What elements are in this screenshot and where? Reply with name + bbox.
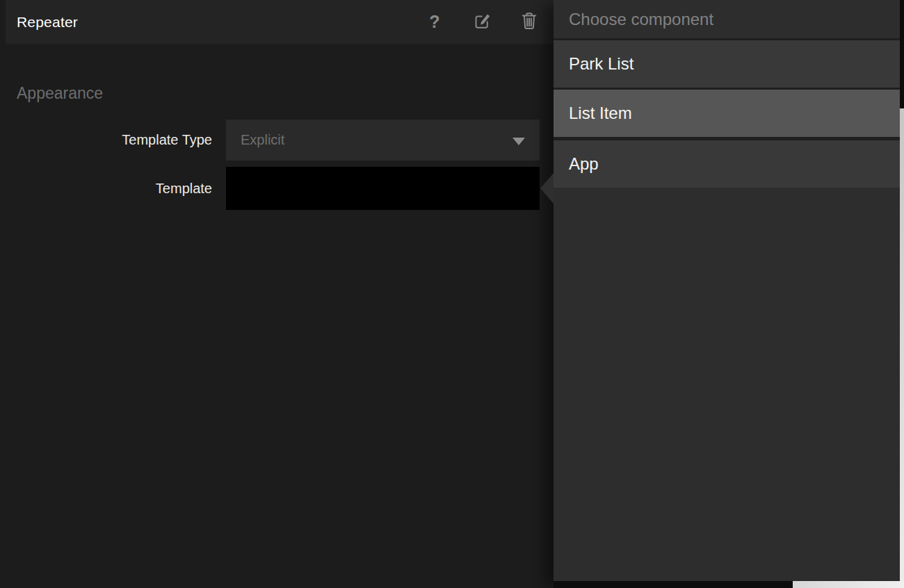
help-button[interactable]: ?: [426, 13, 444, 32]
component-picker-panel: Choose component Park List List Item App: [554, 0, 900, 581]
picker-item-app[interactable]: App: [554, 140, 900, 188]
trash-icon: [521, 11, 538, 33]
panel-bottom-shadow: [554, 581, 793, 588]
popover-arrow: [540, 173, 554, 204]
page-title: Repeater: [6, 14, 426, 31]
edit-button[interactable]: [473, 13, 491, 32]
help-icon: ?: [429, 12, 439, 32]
chevron-down-icon: [512, 138, 525, 145]
edit-icon: [473, 12, 491, 33]
underlying-page-dark-edge: [900, 0, 904, 108]
underlying-page-right-edge: [900, 108, 904, 588]
component-picker-placeholder: Choose component: [554, 0, 900, 38]
template-type-row: Template Type Explicit: [0, 120, 554, 161]
template-field[interactable]: [226, 167, 540, 210]
underlying-page-bottom-edge: [793, 581, 904, 588]
properties-topbar: Repeater ?: [6, 0, 554, 44]
template-type-label: Template Type: [0, 120, 212, 161]
topbar-actions: ?: [426, 13, 554, 32]
delete-button[interactable]: [520, 13, 538, 32]
template-type-value: Explicit: [226, 132, 284, 148]
template-label: Template: [0, 167, 212, 210]
appearance-section-title: Appearance: [17, 84, 103, 103]
picker-item-list-item[interactable]: List Item: [554, 90, 900, 137]
picker-item-park-list[interactable]: Park List: [554, 40, 900, 88]
template-type-select[interactable]: Explicit: [226, 120, 540, 161]
template-row: Template: [0, 167, 554, 210]
